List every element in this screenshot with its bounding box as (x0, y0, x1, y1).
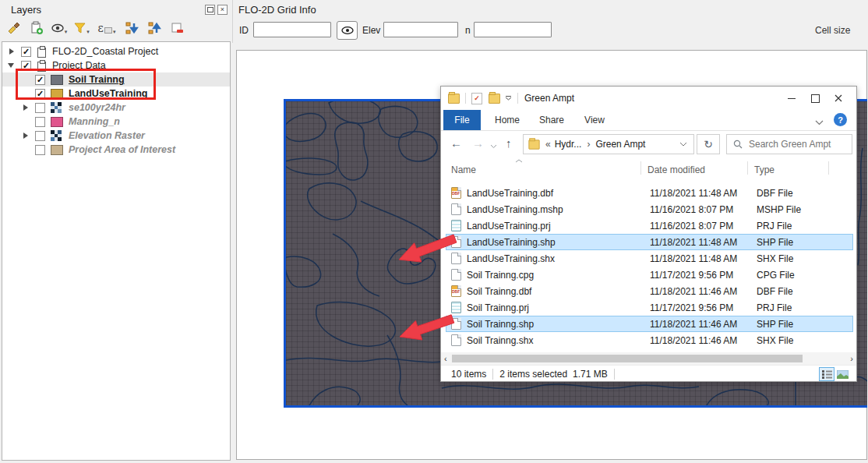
layer-checkbox[interactable] (35, 131, 45, 141)
details-view-button[interactable] (819, 367, 834, 381)
address-bar[interactable]: « Hydr... › Green Ampt (523, 134, 694, 154)
manage-map-themes-button[interactable]: ▾ (50, 19, 69, 37)
expand-ribbon-button[interactable] (815, 117, 824, 128)
file-name: LandUseTraining.dbf (467, 188, 553, 199)
title-bar[interactable]: ✓ Green Ampt (441, 87, 856, 110)
layer-row-manning-n[interactable]: Manning_n (2, 115, 230, 129)
annotation-arrow (394, 310, 468, 353)
file-row-selected[interactable]: Soil Trainng.shp 11/18/2021 11:46 AM SHP… (446, 316, 853, 332)
layer-row-project-area[interactable]: Project Area of Interest (2, 143, 230, 157)
collapse-all-icon (147, 21, 161, 35)
column-separator[interactable] (828, 161, 829, 175)
address-dropdown-icon[interactable] (679, 142, 687, 147)
tab-file[interactable]: File (443, 110, 481, 130)
file-row[interactable]: Soil Trainng.dbf 11/18/2021 11:46 AM DBF… (446, 283, 853, 299)
file-row[interactable]: LandUseTraining.prj 11/16/2021 8:07 PM P… (446, 217, 853, 234)
tab-share[interactable]: Share (534, 110, 570, 130)
layer-label: Elevation Raster (69, 130, 145, 141)
expander-icon[interactable] (8, 63, 14, 68)
tab-view[interactable]: View (578, 110, 611, 130)
close-button[interactable] (827, 90, 850, 107)
layers-toolbar: ▾ ▾ ε ▾ (5, 19, 186, 37)
panel-close-button[interactable]: × (217, 5, 228, 15)
layer-row-coastal-project[interactable]: ✓ FLO-2D_Coastal Project (2, 44, 230, 58)
layer-row-elevation-raster[interactable]: Elevation Raster (2, 129, 230, 143)
remove-layer-group-button[interactable] (168, 19, 186, 37)
grid-info-title: FLO-2D Grid Info (238, 4, 316, 16)
file-row[interactable]: LandUseTraining.shx 11/18/2021 11:48 AM … (446, 250, 853, 267)
layer-row-se100yr24hr[interactable]: se100yr24hr (2, 101, 230, 115)
panel-float-button[interactable] (205, 5, 215, 15)
layer-checkbox[interactable] (35, 103, 45, 113)
ribbon: File Home Share View ? (441, 110, 856, 131)
scrollbar-thumb[interactable] (452, 355, 803, 362)
expander-icon[interactable] (9, 48, 14, 55)
float-icon (207, 7, 213, 12)
grid-id-input[interactable] (253, 22, 331, 37)
grid-n-input[interactable] (474, 22, 552, 37)
separator (492, 369, 493, 380)
file-type: PRJ File (757, 221, 792, 231)
column-header-name[interactable]: Name (451, 164, 476, 175)
minimize-button[interactable] (780, 90, 803, 107)
maximize-button[interactable] (803, 90, 827, 107)
search-box[interactable] (726, 134, 852, 154)
scroll-right-icon[interactable]: › (850, 355, 853, 363)
back-button[interactable]: ← (450, 136, 462, 150)
new-folder-icon[interactable] (489, 94, 500, 104)
scroll-left-icon[interactable]: ‹ (444, 355, 447, 363)
help-button[interactable]: ? (834, 113, 847, 126)
folder-icon (528, 140, 539, 149)
file-name: LandUseTraining.shp (467, 237, 556, 248)
breadcrumb-parent[interactable]: Hydr... (555, 139, 582, 150)
refresh-button[interactable]: ↻ (697, 134, 720, 154)
properties-check-icon[interactable]: ✓ (471, 93, 482, 104)
grid-eye-button[interactable] (337, 21, 358, 40)
customize-quick-access-button[interactable] (505, 96, 512, 101)
search-input[interactable] (747, 138, 844, 150)
cell-size-label: Cell size (815, 25, 850, 36)
recent-locations-button[interactable] (490, 140, 497, 151)
grid-elev-input[interactable] (383, 22, 458, 37)
file-date: 11/18/2021 11:48 AM (650, 188, 737, 199)
file-row[interactable]: LandUseTraining.mshp 11/16/2021 8:07 PM … (446, 201, 853, 217)
expander-icon[interactable] (23, 104, 28, 111)
annotation-rectangle (16, 69, 156, 100)
file-date: 11/17/2021 9:56 PM (650, 270, 733, 281)
file-row-selected[interactable]: LandUseTraining.shp 11/18/2021 11:48 AM … (446, 234, 853, 250)
breadcrumb-prefix[interactable]: « (545, 139, 551, 150)
open-layer-styling-button[interactable] (5, 19, 23, 37)
file-name: Soil Trainng.dbf (467, 286, 531, 297)
file-type: SHX File (757, 253, 793, 264)
expander-icon[interactable] (23, 133, 28, 139)
selection-count: 2 items selected (499, 369, 567, 380)
column-separator[interactable] (640, 161, 641, 175)
column-header-type[interactable]: Type (754, 164, 774, 175)
column-headers: Name Date modified Type (441, 157, 856, 179)
file-type: DBF File (757, 188, 793, 199)
filter-legend-button[interactable]: ▾ (72, 19, 91, 37)
file-date: 11/18/2021 11:46 AM (650, 319, 737, 330)
file-row[interactable]: Soil Trainng.prj 11/17/2021 9:56 PM PRJ … (446, 299, 853, 316)
thumbnail-view-button[interactable] (834, 367, 850, 381)
tab-home[interactable]: Home (489, 110, 525, 130)
horizontal-scrollbar[interactable]: ‹ › (441, 352, 856, 365)
up-button[interactable]: ↑ (506, 136, 512, 150)
breadcrumb-current[interactable]: Green Ampt (595, 139, 645, 150)
layer-checkbox[interactable] (35, 145, 45, 155)
file-row[interactable]: Soil Trainng.cpg 11/17/2021 9:56 PM CPG … (446, 267, 853, 283)
layer-checkbox[interactable] (35, 117, 45, 127)
collapse-all-button[interactable] (145, 19, 164, 37)
layer-checkbox[interactable]: ✓ (21, 47, 31, 57)
forward-button[interactable]: → (472, 136, 484, 150)
blank-file-icon (451, 203, 461, 215)
column-header-date[interactable]: Date modified (647, 164, 705, 175)
file-name: LandUseTraining.shx (467, 253, 555, 264)
file-row[interactable]: Soil Trainng.shx 11/18/2021 11:46 AM SHX… (446, 332, 853, 348)
legend-box-icon (104, 27, 112, 34)
column-separator[interactable] (747, 161, 748, 175)
add-group-button[interactable] (27, 19, 46, 37)
file-row[interactable]: LandUseTraining.dbf 11/18/2021 11:48 AM … (446, 185, 853, 201)
expand-all-button[interactable] (122, 19, 141, 37)
filter-by-expression-button[interactable]: ε ▾ (95, 19, 118, 37)
